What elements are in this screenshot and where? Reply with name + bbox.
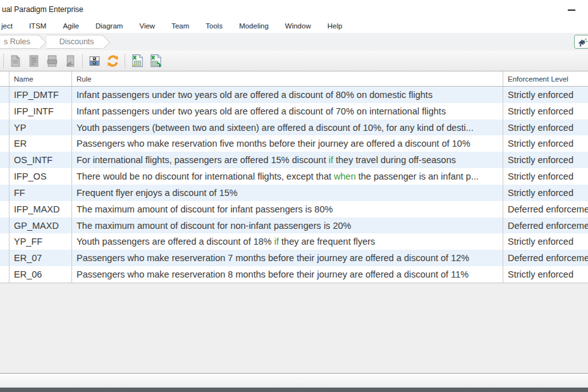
export-excel-icon xyxy=(149,54,162,68)
row-selector xyxy=(0,201,9,217)
rule-text: they travel during off-seasons xyxy=(333,155,456,165)
rule-keyword: when xyxy=(334,171,356,181)
toolbar-button-document-fold[interactable] xyxy=(62,52,79,70)
document-lines-icon xyxy=(27,54,40,68)
table-row-GP_MAXD[interactable]: GP_MAXDThe maximum amount of discount fo… xyxy=(0,217,588,234)
menu-item-team[interactable]: Team xyxy=(163,20,197,32)
cell-enforcement: Deferred enforcement xyxy=(503,217,588,234)
rule-text: There would be no discount for internati… xyxy=(77,171,334,181)
announcement-button[interactable] xyxy=(574,35,588,49)
cell-rule: Youth passengers are offered a discount … xyxy=(72,233,503,250)
document-card-icon xyxy=(46,54,59,68)
table-row-ER[interactable]: ERPassengers who make reservation five m… xyxy=(0,135,588,152)
export-excel-button[interactable] xyxy=(147,52,164,70)
cell-name: ER_07 xyxy=(9,250,72,266)
menu-item-diagram[interactable]: Diagram xyxy=(87,20,131,32)
table-row-YP_FF[interactable]: YP_FFYouth passengers are offered a disc… xyxy=(0,233,588,250)
cell-name: ER xyxy=(9,135,72,152)
cell-enforcement: Deferred enforcement xyxy=(503,201,588,217)
cell-rule: Passengers who make reserveration 7 mont… xyxy=(72,250,503,266)
cell-name: YP xyxy=(9,119,72,136)
cell-enforcement: Strictly enforced xyxy=(503,152,588,168)
cell-name: IFP_OS xyxy=(9,168,72,185)
row-selector xyxy=(0,87,9,103)
cell-enforcement: Strictly enforced xyxy=(503,168,588,185)
table-row-FF[interactable]: FFFrequent flyer enjoys a discount of 15… xyxy=(0,185,588,201)
rule-text: Infant passengers under two years old ar… xyxy=(77,106,446,116)
table-row-ER_07[interactable]: ER_07Passengers who make reserveration 7… xyxy=(0,250,588,266)
cell-name: IFP_DMTF xyxy=(9,87,72,103)
cell-name: IFP_MAXD xyxy=(9,201,72,217)
row-selector xyxy=(0,233,9,250)
minimize-button[interactable] xyxy=(567,6,576,13)
cell-enforcement: Strictly enforced xyxy=(503,185,588,201)
breadcrumb-item-s-rules[interactable]: s Rules xyxy=(0,35,39,49)
document-fold-icon xyxy=(64,54,77,68)
column-header-enforcement[interactable]: Enforcement Level xyxy=(503,71,588,86)
table-row-IFP_MAXD[interactable]: IFP_MAXDThe maximum amount of discount f… xyxy=(0,201,588,217)
announcement-icon xyxy=(577,36,588,47)
toolbar-separator xyxy=(82,54,83,68)
menu-item-view[interactable]: View xyxy=(131,20,163,32)
table-row-IFP_OS[interactable]: IFP_OSThere would be no discount for int… xyxy=(0,168,588,185)
toolbar-button-document-card[interactable] xyxy=(44,52,61,70)
visual-paradigm-window: ual Paradigm Enterprise jectITSMAgileDia… xyxy=(0,0,588,392)
menu-item-window[interactable]: Window xyxy=(277,20,319,32)
menu-item-modeling[interactable]: Modeling xyxy=(231,20,277,32)
rule-text: The maximum amount of discount for infan… xyxy=(77,204,333,214)
rule-text: For international flights, passengers ar… xyxy=(77,155,329,165)
rule-text: Youth passengers (between two and sixtee… xyxy=(77,123,474,133)
configure-columns-button[interactable] xyxy=(86,52,103,70)
cell-enforcement: Strictly enforced xyxy=(503,103,588,119)
menu-item-agile[interactable]: Agile xyxy=(54,20,87,32)
breadcrumb-items: s RulesDiscounts xyxy=(0,35,111,49)
cell-rule: There would be no discount for internati… xyxy=(72,168,503,185)
toolbar-button-document-lines[interactable] xyxy=(25,52,42,70)
row-selector xyxy=(0,103,9,119)
cell-enforcement: Strictly enforced xyxy=(503,135,588,152)
import-excel-button[interactable] xyxy=(128,52,145,70)
rule-text: Youth passengers are offered a discount … xyxy=(77,236,274,247)
rule-text: the passenger is an infant p... xyxy=(356,171,479,181)
cell-rule: Passengers who make reserveration 8 mont… xyxy=(72,266,503,283)
menu-item-ject[interactable]: ject xyxy=(0,20,21,32)
cell-rule: Infant passengers under two years old ar… xyxy=(72,87,503,103)
cell-rule: Youth passengers (between two and sixtee… xyxy=(72,119,503,136)
table-row-YP[interactable]: YPYouth passengers (between two and sixt… xyxy=(0,119,588,136)
cell-rule: The maximum amount of discount for infan… xyxy=(72,201,503,217)
toolbar-button-document[interactable] xyxy=(7,52,24,70)
rule-keyword: if xyxy=(329,155,333,165)
cell-name: ER_06 xyxy=(9,266,72,283)
minimize-icon xyxy=(568,9,575,11)
cell-rule: For international flights, passengers ar… xyxy=(72,152,503,168)
row-selector xyxy=(0,152,9,168)
table-row-ER_06[interactable]: ER_06Passengers who make reserveration 8… xyxy=(0,266,588,283)
menu-item-help[interactable]: Help xyxy=(319,20,351,32)
menu-bar: jectITSMAgileDiagramViewTeamToolsModelin… xyxy=(0,19,588,33)
cell-rule: Infant passengers under two years old ar… xyxy=(72,103,503,119)
breadcrumb-item-discounts[interactable]: Discounts xyxy=(47,35,103,49)
table-row-IFP_DMTF[interactable]: IFP_DMTFInfant passengers under two year… xyxy=(0,87,588,103)
column-header-rule[interactable]: Rule xyxy=(72,71,503,86)
table-row-OS_INTF[interactable]: OS_INTFFor international flights, passen… xyxy=(0,152,588,168)
cell-enforcement: Strictly enforced xyxy=(503,233,588,250)
document-icon xyxy=(9,54,22,68)
window-title: ual Paradigm Enterprise xyxy=(2,5,83,14)
configure-columns-icon xyxy=(88,54,101,68)
menu-item-tools[interactable]: Tools xyxy=(197,20,231,32)
table-row-IFP_INTF[interactable]: IFP_INTFInfant passengers under two year… xyxy=(0,103,588,119)
refresh-button[interactable] xyxy=(104,52,121,70)
cell-enforcement: Strictly enforced xyxy=(503,119,588,136)
toolbar-separator xyxy=(125,54,125,68)
toolbar xyxy=(0,51,588,71)
toolbar-separator xyxy=(3,54,4,68)
rule-text: Frequent flyer enjoys a discount of 15% xyxy=(77,188,238,198)
menu-item-itsm[interactable]: ITSM xyxy=(21,20,54,32)
import-excel-icon xyxy=(130,54,144,68)
refresh-icon xyxy=(106,54,120,68)
rule-text: Passengers who make reservation five mon… xyxy=(77,138,470,149)
content-background xyxy=(0,283,588,373)
rule-text: Passengers who make reserveration 7 mont… xyxy=(77,253,469,263)
title-bar: ual Paradigm Enterprise xyxy=(0,0,588,19)
column-header-name[interactable]: Name xyxy=(9,71,72,86)
